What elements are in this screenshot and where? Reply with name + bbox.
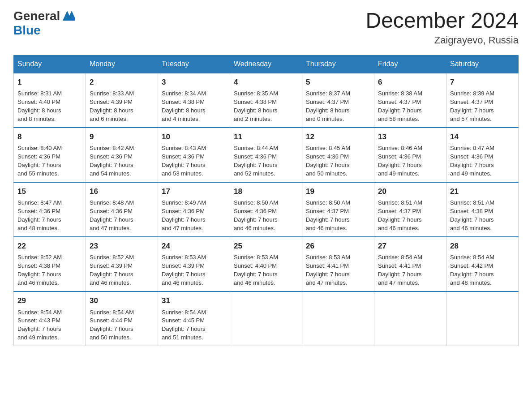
day-info: Sunrise: 8:50 AM Sunset: 4:36 PM Dayligh… bbox=[234, 199, 278, 231]
calendar-cell: 15Sunrise: 8:47 AM Sunset: 4:36 PM Dayli… bbox=[14, 182, 86, 237]
logo-triangle-icon bbox=[63, 11, 75, 22]
calendar-cell: 23Sunrise: 8:52 AM Sunset: 4:39 PM Dayli… bbox=[86, 237, 158, 291]
day-number: 13 bbox=[378, 132, 442, 143]
calendar-header-saturday: Saturday bbox=[446, 55, 519, 73]
day-info: Sunrise: 8:37 AM Sunset: 4:37 PM Dayligh… bbox=[306, 90, 350, 122]
day-number: 24 bbox=[162, 241, 226, 252]
day-number: 8 bbox=[17, 132, 82, 143]
calendar-week-row: 8Sunrise: 8:40 AM Sunset: 4:36 PM Daylig… bbox=[14, 128, 519, 182]
day-info: Sunrise: 8:54 AM Sunset: 4:41 PM Dayligh… bbox=[378, 254, 422, 286]
day-info: Sunrise: 8:33 AM Sunset: 4:39 PM Dayligh… bbox=[90, 90, 134, 122]
calendar-cell: 10Sunrise: 8:43 AM Sunset: 4:36 PM Dayli… bbox=[158, 128, 230, 182]
day-number: 11 bbox=[234, 132, 298, 143]
day-number: 6 bbox=[378, 77, 442, 88]
calendar-cell: 18Sunrise: 8:50 AM Sunset: 4:36 PM Dayli… bbox=[230, 182, 302, 237]
day-number: 17 bbox=[162, 186, 226, 197]
day-info: Sunrise: 8:51 AM Sunset: 4:37 PM Dayligh… bbox=[378, 199, 422, 231]
calendar-cell: 4Sunrise: 8:35 AM Sunset: 4:38 PM Daylig… bbox=[230, 73, 302, 128]
calendar-header-row: SundayMondayTuesdayWednesdayThursdayFrid… bbox=[14, 55, 519, 73]
day-info: Sunrise: 8:31 AM Sunset: 4:40 PM Dayligh… bbox=[17, 90, 62, 122]
day-number: 5 bbox=[306, 77, 370, 88]
day-info: Sunrise: 8:47 AM Sunset: 4:36 PM Dayligh… bbox=[17, 199, 62, 231]
calendar-cell bbox=[230, 291, 302, 346]
calendar-header-sunday: Sunday bbox=[14, 55, 86, 73]
day-number: 20 bbox=[378, 186, 442, 197]
calendar-cell: 11Sunrise: 8:44 AM Sunset: 4:36 PM Dayli… bbox=[230, 128, 302, 182]
day-info: Sunrise: 8:39 AM Sunset: 4:37 PM Dayligh… bbox=[450, 90, 494, 122]
day-number: 19 bbox=[306, 186, 370, 197]
day-number: 3 bbox=[162, 77, 226, 88]
calendar-table: SundayMondayTuesdayWednesdayThursdayFrid… bbox=[13, 55, 519, 346]
location: Zaigrayevo, Russia bbox=[365, 34, 519, 46]
day-number: 15 bbox=[17, 186, 82, 197]
calendar-cell: 30Sunrise: 8:54 AM Sunset: 4:44 PM Dayli… bbox=[86, 291, 158, 346]
calendar-header-thursday: Thursday bbox=[302, 55, 374, 73]
day-number: 26 bbox=[306, 241, 370, 252]
logo-general-text: General bbox=[13, 9, 60, 23]
calendar-cell: 3Sunrise: 8:34 AM Sunset: 4:38 PM Daylig… bbox=[158, 73, 230, 128]
day-info: Sunrise: 8:48 AM Sunset: 4:36 PM Dayligh… bbox=[90, 199, 134, 231]
calendar-cell: 17Sunrise: 8:49 AM Sunset: 4:36 PM Dayli… bbox=[158, 182, 230, 237]
day-info: Sunrise: 8:43 AM Sunset: 4:36 PM Dayligh… bbox=[162, 145, 206, 177]
calendar-cell: 5Sunrise: 8:37 AM Sunset: 4:37 PM Daylig… bbox=[302, 73, 374, 128]
calendar-cell: 20Sunrise: 8:51 AM Sunset: 4:37 PM Dayli… bbox=[374, 182, 446, 237]
day-info: Sunrise: 8:35 AM Sunset: 4:38 PM Dayligh… bbox=[234, 90, 278, 122]
day-info: Sunrise: 8:53 AM Sunset: 4:39 PM Dayligh… bbox=[162, 254, 206, 286]
day-number: 28 bbox=[450, 241, 515, 252]
calendar-cell: 24Sunrise: 8:53 AM Sunset: 4:39 PM Dayli… bbox=[158, 237, 230, 291]
title-area: December 2024 Zaigrayevo, Russia bbox=[365, 9, 519, 46]
day-info: Sunrise: 8:54 AM Sunset: 4:43 PM Dayligh… bbox=[17, 309, 62, 341]
day-number: 25 bbox=[234, 241, 298, 252]
calendar-cell: 16Sunrise: 8:48 AM Sunset: 4:36 PM Dayli… bbox=[86, 182, 158, 237]
month-title: December 2024 bbox=[365, 9, 519, 33]
day-number: 30 bbox=[90, 295, 154, 307]
calendar-cell: 26Sunrise: 8:53 AM Sunset: 4:41 PM Dayli… bbox=[302, 237, 374, 291]
calendar-cell: 9Sunrise: 8:42 AM Sunset: 4:36 PM Daylig… bbox=[86, 128, 158, 182]
calendar-header-monday: Monday bbox=[86, 55, 158, 73]
day-info: Sunrise: 8:53 AM Sunset: 4:40 PM Dayligh… bbox=[234, 254, 278, 286]
day-info: Sunrise: 8:54 AM Sunset: 4:44 PM Dayligh… bbox=[90, 309, 134, 341]
day-info: Sunrise: 8:52 AM Sunset: 4:39 PM Dayligh… bbox=[90, 254, 134, 286]
calendar-cell: 12Sunrise: 8:45 AM Sunset: 4:36 PM Dayli… bbox=[302, 128, 374, 182]
calendar-week-row: 29Sunrise: 8:54 AM Sunset: 4:43 PM Dayli… bbox=[14, 291, 519, 346]
calendar-cell: 31Sunrise: 8:54 AM Sunset: 4:45 PM Dayli… bbox=[158, 291, 230, 346]
day-number: 14 bbox=[450, 132, 515, 143]
calendar-cell bbox=[446, 291, 519, 346]
day-info: Sunrise: 8:45 AM Sunset: 4:36 PM Dayligh… bbox=[306, 145, 350, 177]
day-info: Sunrise: 8:38 AM Sunset: 4:37 PM Dayligh… bbox=[378, 90, 422, 122]
logo: General Blue bbox=[13, 9, 75, 38]
day-info: Sunrise: 8:54 AM Sunset: 4:45 PM Dayligh… bbox=[162, 309, 206, 341]
day-number: 22 bbox=[17, 241, 82, 252]
day-number: 4 bbox=[234, 77, 298, 88]
logo-blue-text: Blue bbox=[13, 23, 41, 37]
calendar-cell: 7Sunrise: 8:39 AM Sunset: 4:37 PM Daylig… bbox=[446, 73, 519, 128]
calendar-cell: 25Sunrise: 8:53 AM Sunset: 4:40 PM Dayli… bbox=[230, 237, 302, 291]
day-number: 10 bbox=[162, 132, 226, 143]
calendar-cell bbox=[302, 291, 374, 346]
calendar-cell: 6Sunrise: 8:38 AM Sunset: 4:37 PM Daylig… bbox=[374, 73, 446, 128]
day-number: 2 bbox=[90, 77, 154, 88]
calendar-cell: 27Sunrise: 8:54 AM Sunset: 4:41 PM Dayli… bbox=[374, 237, 446, 291]
day-info: Sunrise: 8:40 AM Sunset: 4:36 PM Dayligh… bbox=[17, 145, 62, 177]
day-number: 23 bbox=[90, 241, 154, 252]
day-number: 16 bbox=[90, 186, 154, 197]
calendar-header-wednesday: Wednesday bbox=[230, 55, 302, 73]
day-info: Sunrise: 8:49 AM Sunset: 4:36 PM Dayligh… bbox=[162, 199, 206, 231]
calendar-cell: 13Sunrise: 8:46 AM Sunset: 4:36 PM Dayli… bbox=[374, 128, 446, 182]
page-header: General Blue December 2024 Zaigrayevo, R… bbox=[13, 9, 519, 46]
calendar-cell: 19Sunrise: 8:50 AM Sunset: 4:37 PM Dayli… bbox=[302, 182, 374, 237]
calendar-header-friday: Friday bbox=[374, 55, 446, 73]
day-number: 1 bbox=[17, 77, 82, 88]
day-number: 12 bbox=[306, 132, 370, 143]
calendar-week-row: 15Sunrise: 8:47 AM Sunset: 4:36 PM Dayli… bbox=[14, 182, 519, 237]
calendar-cell: 14Sunrise: 8:47 AM Sunset: 4:36 PM Dayli… bbox=[446, 128, 519, 182]
calendar-header-tuesday: Tuesday bbox=[158, 55, 230, 73]
calendar-cell: 1Sunrise: 8:31 AM Sunset: 4:40 PM Daylig… bbox=[14, 73, 86, 128]
calendar-cell: 22Sunrise: 8:52 AM Sunset: 4:38 PM Dayli… bbox=[14, 237, 86, 291]
calendar-week-row: 22Sunrise: 8:52 AM Sunset: 4:38 PM Dayli… bbox=[14, 237, 519, 291]
day-number: 27 bbox=[378, 241, 442, 252]
calendar-week-row: 1Sunrise: 8:31 AM Sunset: 4:40 PM Daylig… bbox=[14, 73, 519, 128]
day-info: Sunrise: 8:53 AM Sunset: 4:41 PM Dayligh… bbox=[306, 254, 350, 286]
day-number: 9 bbox=[90, 132, 154, 143]
day-number: 31 bbox=[162, 295, 226, 307]
